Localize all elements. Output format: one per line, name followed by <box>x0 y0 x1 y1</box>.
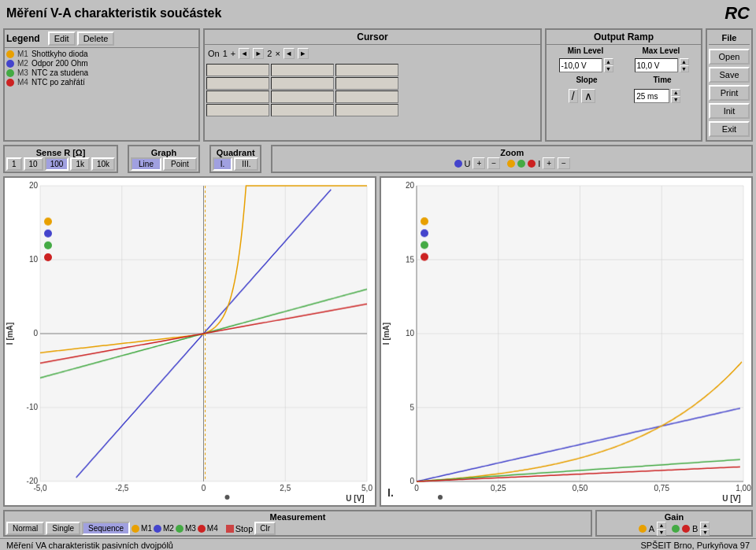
zoom-u-plus[interactable]: + <box>472 157 485 169</box>
zoom-u-dot <box>454 160 462 168</box>
sense-100[interactable]: 100 <box>45 157 69 171</box>
ramp-slope-time-controls: / ∧ 25 ms ▲ ▼ <box>547 86 701 106</box>
ramp-header: Output Ramp <box>547 30 701 45</box>
zoom-i-minus[interactable]: − <box>558 157 570 169</box>
app-title: Měření V-A charakteristik součástek <box>6 6 221 20</box>
sense-10[interactable]: 10 <box>24 157 43 171</box>
cursor-cell-5 <box>271 77 334 90</box>
legend-name-m1: Shottkyho dioda <box>32 50 142 58</box>
footer-left: Měření VA charakteristik pasivních dvojp… <box>6 541 173 550</box>
ramp-section: Output Ramp Min Level Max Level -10,0 V … <box>545 28 702 142</box>
gain-b-up[interactable]: ▲ <box>700 522 710 529</box>
ch-m1-dot <box>132 525 139 533</box>
cursor-cell-4 <box>206 77 269 90</box>
time-input[interactable]: 25 ms <box>634 89 669 103</box>
stop-label: Stop <box>235 524 254 533</box>
edit-button[interactable]: Edit <box>48 31 76 46</box>
footer: Měření VA charakteristik pasivních dvojp… <box>0 538 756 550</box>
cursor2-label: 2 <box>267 49 272 58</box>
gain-controls: A ▲ ▼ B ▲ ▼ <box>639 522 710 536</box>
cursor1-next[interactable]: ► <box>253 48 264 59</box>
graph-line-btn[interactable]: Line <box>131 157 161 171</box>
sense-10k[interactable]: 10k <box>91 157 115 171</box>
gain-b-down[interactable]: ▼ <box>700 529 710 536</box>
print-button[interactable]: Print <box>709 85 750 101</box>
cursor2-prev[interactable]: ◄ <box>284 48 295 59</box>
cursor1-label: 1 <box>223 49 228 58</box>
max-level-input[interactable]: 10,0 V <box>635 58 678 72</box>
save-button[interactable]: Save <box>709 67 750 83</box>
gain-a-spinners: ▲ ▼ <box>657 522 666 536</box>
legend-item-m1: M1 Shottkyho dioda <box>6 50 197 58</box>
open-button[interactable]: Open <box>709 49 750 65</box>
legend-id-m3: M3 <box>17 68 28 77</box>
zoom-title: Zoom <box>500 148 524 157</box>
quadrant-section: Quadrant I. III. <box>209 145 262 173</box>
cursor-cell-11 <box>271 104 334 116</box>
slope-ramp-up[interactable]: / <box>569 89 578 103</box>
gain-b-spinners: ▲ ▼ <box>700 522 710 536</box>
ch-m4: M4 <box>198 524 218 533</box>
init-button[interactable]: Init <box>709 103 750 119</box>
ch-m3-dot <box>176 525 183 533</box>
legend-dot-m1 <box>6 50 14 58</box>
max-level-spinners: ▲ ▼ <box>680 58 689 72</box>
zoom-i-plus[interactable]: + <box>543 157 555 169</box>
slope-label: Slope <box>576 76 597 84</box>
ch-m2-dot <box>154 525 161 533</box>
legend-name-m2: Odpor 200 Ohm <box>32 59 142 68</box>
cursor-plus: + <box>231 49 235 58</box>
ch-m2: M2 <box>154 524 174 533</box>
max-level-up[interactable]: ▲ <box>680 58 689 65</box>
cursor-grid <box>205 62 540 118</box>
ch-m1: M1 <box>132 524 152 533</box>
exit-button[interactable]: Exit <box>709 121 750 137</box>
cursor-cell-2 <box>271 64 334 76</box>
min-level-label: Min Level <box>568 46 604 55</box>
zoom-i-dot <box>507 160 515 168</box>
zoom-i-dot2 <box>517 160 525 168</box>
legend-item-m4: M4 NTC po zahřátí <box>6 78 197 87</box>
rc-logo: RC <box>724 3 750 24</box>
graph-point-btn[interactable]: Point <box>163 157 197 171</box>
gain-a-label: A <box>649 524 654 533</box>
legend-name-m4: NTC po zahřátí <box>32 78 142 87</box>
gain-b-dot1 <box>672 525 680 533</box>
cursor-row-2 <box>206 77 539 90</box>
sequence-btn[interactable]: Sequence <box>82 522 130 535</box>
sense-r-section: Sense R [Ω] 1 10 100 1k 10k <box>3 145 118 173</box>
min-level-up[interactable]: ▲ <box>604 58 613 65</box>
max-level-down[interactable]: ▼ <box>680 65 689 72</box>
zoom-u-minus[interactable]: − <box>487 157 500 169</box>
time-up[interactable]: ▲ <box>671 89 680 96</box>
gain-a-up[interactable]: ▲ <box>657 522 666 529</box>
chart1-canvas <box>5 178 375 505</box>
ch-m3: M3 <box>176 524 196 533</box>
footer-right: SPŠEIT Brno, Purkyňova 97 <box>640 541 750 550</box>
legend-dot-m4 <box>6 79 14 87</box>
quadrant-iii-btn[interactable]: III. <box>234 157 258 171</box>
single-btn[interactable]: Single <box>46 522 80 535</box>
min-level-input[interactable]: -10,0 V <box>559 58 602 72</box>
legend-item-m3: M3 NTC za studena <box>6 68 197 77</box>
stop-icon <box>226 525 234 533</box>
clr-button[interactable]: Clr <box>254 522 276 535</box>
zoom-i-dot3 <box>528 160 536 168</box>
time-down[interactable]: ▼ <box>671 96 680 103</box>
gain-a-down[interactable]: ▼ <box>657 529 666 536</box>
sense-1[interactable]: 1 <box>6 157 22 171</box>
sense-1k[interactable]: 1k <box>70 157 90 171</box>
graph-area: I. <box>0 175 756 508</box>
normal-btn[interactable]: Normal <box>6 522 44 535</box>
min-level-down[interactable]: ▼ <box>604 65 613 72</box>
cursor-cell-9 <box>335 90 398 103</box>
slope-ramp-tri[interactable]: ∧ <box>581 89 595 103</box>
delete-button[interactable]: Delete <box>77 31 115 46</box>
quadrant-i-btn[interactable]: I. <box>213 157 233 171</box>
gain-section: Gain A ▲ ▼ B ▲ ▼ <box>595 510 753 537</box>
cursor-row-4 <box>206 104 539 116</box>
cursor2-next[interactable]: ► <box>298 48 309 59</box>
max-level-label: Max Level <box>643 46 680 55</box>
legend-section: Legend Edit Delete M1 Shottkyho dioda M2… <box>3 28 200 142</box>
cursor1-prev[interactable]: ◄ <box>239 48 250 59</box>
